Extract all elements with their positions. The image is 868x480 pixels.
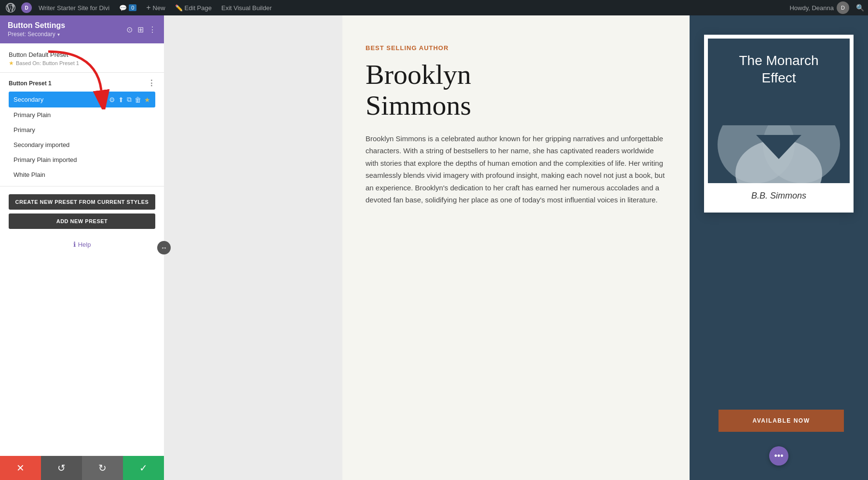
preset-item-white-plain[interactable]: White Plain xyxy=(9,167,155,182)
create-preset-button[interactable]: CREATE NEW PRESET FROM CURRENT STYLES xyxy=(9,194,155,210)
divi-logo: D xyxy=(21,2,32,13)
site-name[interactable]: Writer Starter Site for Divi xyxy=(36,0,112,15)
exit-builder-button[interactable]: Exit Visual Builder xyxy=(218,0,275,15)
author-name: BrooklynSimmons xyxy=(366,59,666,121)
export-icon[interactable]: ⬆ xyxy=(118,96,124,104)
default-preset-title: Button Default Preset xyxy=(9,51,155,58)
drag-handle[interactable]: ↔ xyxy=(157,241,171,254)
settings-icon[interactable]: ⚙ xyxy=(109,96,115,104)
help-icon: ℹ xyxy=(73,240,76,248)
wordpress-logo[interactable] xyxy=(4,1,17,14)
cancel-button[interactable]: ✕ xyxy=(0,456,41,480)
help-link[interactable]: ℹ Help xyxy=(0,235,164,254)
preset-item-secondary-imported[interactable]: Secondary imported xyxy=(9,137,155,152)
admin-bar: D Writer Starter Site for Divi 💬 0 + New… xyxy=(0,0,868,15)
header-icons: ⊙ ⊞ ⋮ xyxy=(126,25,156,34)
main-layout: Button Settings Preset: Secondary ▾ ⊙ ⊞ … xyxy=(0,15,868,480)
star-icon: ★ xyxy=(9,60,14,67)
panel-content: Button Default Preset ★ Based On: Button… xyxy=(0,43,164,480)
default-preset-section: Button Default Preset ★ Based On: Button… xyxy=(0,43,164,73)
new-button[interactable]: + New xyxy=(143,0,168,15)
page-canvas: BEST SELLING AUTHOR BrooklynSimmons Broo… xyxy=(164,15,868,480)
preset-item-label: White Plain xyxy=(14,171,45,178)
chevron-down-icon: ▾ xyxy=(57,32,60,37)
right-dark-section: The MonarchEffect xyxy=(690,15,868,480)
user-menu[interactable]: Howdy, Deanna D 🔍 xyxy=(789,1,864,14)
based-on-label: ★ Based On: Button Preset 1 xyxy=(9,60,155,67)
delete-icon[interactable]: 🗑 xyxy=(135,96,141,104)
group-title: Button Preset 1 ⋮ xyxy=(9,79,155,88)
preset-item-label: Secondary xyxy=(14,96,43,103)
bottom-toolbar: ✕ ↺ ↻ ✓ xyxy=(0,456,164,480)
undo-button[interactable]: ↺ xyxy=(41,456,82,480)
book-cover: The MonarchEffect xyxy=(708,39,850,183)
preset-item-label: Secondary imported xyxy=(14,141,69,148)
main-content: BEST SELLING AUTHOR BrooklynSimmons Broo… xyxy=(164,15,868,480)
preset-item-actions: ✏ ⚙ ⬆ ⧉ 🗑 ★ xyxy=(100,95,150,104)
book-cover-art xyxy=(708,96,850,183)
best-selling-label: BEST SELLING AUTHOR xyxy=(366,44,666,52)
preset-item-label: Primary xyxy=(14,126,35,133)
search-icon[interactable]: 🔍 xyxy=(856,4,864,12)
panel-header: Button Settings Preset: Secondary ▾ ⊙ ⊞ … xyxy=(0,15,164,43)
user-avatar: D xyxy=(837,1,849,14)
book-card: The MonarchEffect xyxy=(704,35,854,213)
preset-group: Button Preset 1 ⋮ Secondary ✏ ⚙ ⬆ ⧉ 🗑 ★ xyxy=(0,73,164,186)
preset-item-primary-plain[interactable]: Primary Plain xyxy=(9,107,155,122)
author-bio: Brooklyn Simmons is a celebrated author … xyxy=(366,133,666,206)
book-author: B.B. Simmons xyxy=(708,183,850,209)
available-now-button[interactable]: AVAILABLE NOW xyxy=(719,410,844,432)
left-panel: Button Settings Preset: Secondary ▾ ⊙ ⊞ … xyxy=(0,15,164,480)
floating-menu-button[interactable]: ••• xyxy=(769,446,788,466)
preset-item-label: Primary Plain xyxy=(14,111,51,119)
preset-item-primary[interactable]: Primary xyxy=(9,122,155,137)
panel-actions: CREATE NEW PRESET FROM CURRENT STYLES AD… xyxy=(0,186,164,235)
preset-item-secondary[interactable]: Secondary ✏ ⚙ ⬆ ⧉ 🗑 ★ xyxy=(9,92,155,107)
dots-icon: ••• xyxy=(774,451,784,461)
star-active-icon[interactable]: ★ xyxy=(144,96,150,104)
svg-rect-3 xyxy=(708,96,850,125)
panel-title-area: Button Settings Preset: Secondary ▾ xyxy=(8,21,65,38)
edit-icon[interactable]: ✏ xyxy=(100,96,106,104)
group-options-icon[interactable]: ⋮ xyxy=(148,79,155,88)
comment-button[interactable]: 💬 0 xyxy=(116,0,139,15)
duplicate-icon[interactable]: ⧉ xyxy=(127,95,132,104)
preset-item-label: Primary Plain imported xyxy=(14,156,77,163)
more-options-icon[interactable]: ⋮ xyxy=(149,25,156,34)
save-button[interactable]: ✓ xyxy=(123,456,164,480)
expand-icon[interactable]: ⊞ xyxy=(137,25,144,34)
redo-button[interactable]: ↻ xyxy=(82,456,123,480)
page-content: BEST SELLING AUTHOR BrooklynSimmons Broo… xyxy=(342,15,690,480)
book-title: The MonarchEffect xyxy=(708,39,850,87)
edit-page-button[interactable]: ✏️ Edit Page xyxy=(172,0,215,15)
preset-selector[interactable]: Preset: Secondary ▾ xyxy=(8,31,65,38)
preset-item-primary-plain-imported[interactable]: Primary Plain imported xyxy=(9,152,155,167)
hero-section: BEST SELLING AUTHOR BrooklynSimmons Broo… xyxy=(342,15,690,226)
add-preset-button[interactable]: ADD NEW PRESET xyxy=(9,213,155,229)
panel-title: Button Settings xyxy=(8,21,65,30)
focus-icon[interactable]: ⊙ xyxy=(126,25,133,34)
